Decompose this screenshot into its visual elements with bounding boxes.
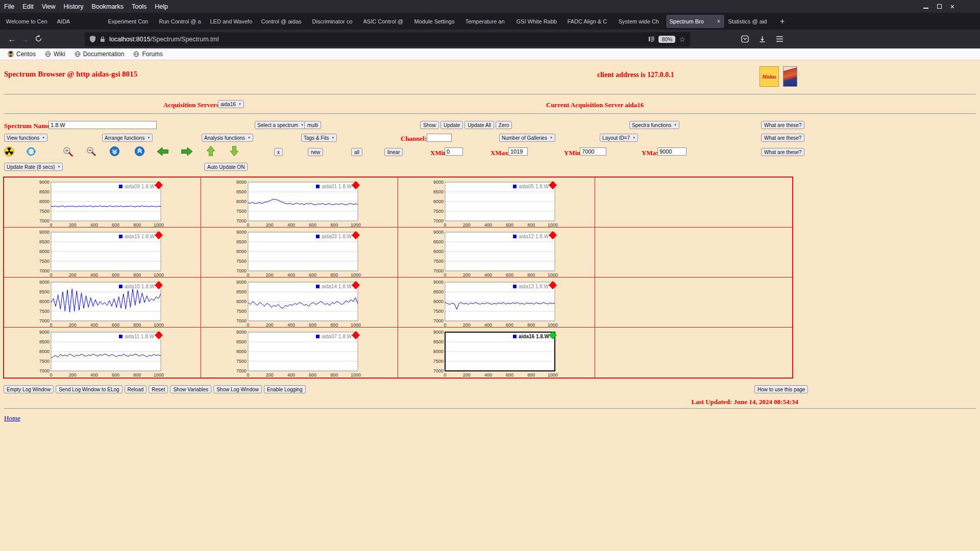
- reload-button[interactable]: [32, 35, 45, 44]
- tab-white-rabbit[interactable]: GSI White Rabb: [513, 15, 564, 28]
- arrow-left-icon[interactable]: [157, 147, 168, 156]
- menu-edit[interactable]: Edit: [18, 0, 38, 13]
- multi-button[interactable]: multi: [304, 121, 321, 129]
- send-log-to-elog-button[interactable]: Send Log Window to ELog: [56, 385, 122, 393]
- hamburger-menu-icon[interactable]: [776, 36, 783, 42]
- enable-logging-button[interactable]: Enable Logging: [264, 385, 306, 393]
- arrange-functions-dropdown[interactable]: Arrange functions: [102, 134, 153, 142]
- spectrum-cell[interactable]: 9000850080007500700002004006008001000aid…: [4, 178, 201, 228]
- site-security-icon[interactable]: [100, 36, 106, 43]
- number-of-galleries-dropdown[interactable]: Number of Galleries: [499, 134, 555, 142]
- ymin-input[interactable]: [580, 147, 606, 156]
- shield-icon[interactable]: [89, 35, 96, 43]
- auto-update-button[interactable]: Auto Update ON: [204, 163, 248, 171]
- spectrum-cell[interactable]: 9000850080007500700002004006008001000aid…: [201, 278, 398, 328]
- tab-module-settings[interactable]: Module Settings: [411, 15, 461, 28]
- spectrum-chart[interactable]: 9000850080007500700002004006008001000aid…: [430, 279, 564, 327]
- menu-help[interactable]: Help: [151, 0, 172, 13]
- analysis-functions-dropdown[interactable]: Analysis functions: [202, 134, 253, 142]
- spectra-functions-dropdown[interactable]: Spectra functions: [629, 121, 679, 129]
- xmin-input[interactable]: [445, 147, 463, 156]
- spectrum-cell[interactable]: 9000850080007500700002004006008001000aid…: [201, 328, 398, 378]
- spectrum-chart[interactable]: 9000850080007500700002004006008001000aid…: [233, 279, 366, 327]
- reload-page-button[interactable]: Reload: [125, 385, 147, 393]
- home-link[interactable]: Home: [4, 414, 20, 422]
- spectrum-chart[interactable]: 9000850080007500700002004006008001000aid…: [233, 329, 366, 377]
- show-log-window-button[interactable]: Show Log Window: [213, 385, 262, 393]
- maximize-button[interactable]: [937, 3, 942, 10]
- arrow-up-icon[interactable]: [206, 146, 215, 156]
- forward-button[interactable]: →: [18, 35, 32, 43]
- bookmark-centos[interactable]: Centos: [4, 50, 39, 58]
- back-button[interactable]: ←: [5, 35, 18, 43]
- tab-temperature[interactable]: Temperature an: [462, 15, 512, 28]
- spectrum-chart[interactable]: 9000850080007500700002004006008001000aid…: [430, 229, 564, 277]
- spectrum-cell[interactable]: 9000850080007500700002004006008001000aid…: [4, 328, 201, 378]
- menu-bookmarks[interactable]: Bookmarks: [87, 0, 128, 13]
- tab-experiment-control[interactable]: Experiment Con: [105, 15, 155, 28]
- zero-button[interactable]: Zero: [496, 121, 512, 129]
- select-spectrum-dropdown[interactable]: Select a spectrum: [255, 121, 306, 129]
- tab-discriminator[interactable]: Discriminator co: [309, 15, 359, 28]
- all-button[interactable]: all: [351, 148, 362, 156]
- arrow-right-icon[interactable]: [181, 147, 192, 156]
- spectrum-chart[interactable]: 9000850080007500700002004006008001000aid…: [430, 179, 564, 227]
- spectrum-cell[interactable]: 9000850080007500700002004006008001000aid…: [201, 228, 398, 278]
- bookmark-documentation[interactable]: Documentation: [71, 50, 128, 58]
- tab-fadc-align[interactable]: FADC Align & C: [564, 15, 615, 28]
- zoom-indicator[interactable]: 80%: [658, 36, 675, 43]
- spectrum-chart[interactable]: 9000850080007500700002004006008001000aid…: [36, 179, 169, 227]
- spectrum-cell[interactable]: 9000850080007500700002004006008001000aid…: [4, 228, 201, 278]
- reader-mode-icon[interactable]: [648, 36, 655, 42]
- bookmark-star-icon[interactable]: ☆: [679, 35, 685, 43]
- ymax-input[interactable]: [657, 147, 687, 156]
- pocket-icon[interactable]: [741, 35, 749, 43]
- xmax-input[interactable]: [508, 147, 528, 156]
- spectrum-cell[interactable]: 9000850080007500700002004006008001000aid…: [201, 178, 398, 228]
- what-are-these-button-1[interactable]: What are these?: [761, 121, 804, 129]
- tab-statistics[interactable]: Statistics @ aid: [725, 15, 775, 28]
- spectrum-chart[interactable]: 9000850080007500700002004006008001000aid…: [233, 229, 366, 277]
- what-are-these-button-2[interactable]: What are these?: [761, 134, 804, 142]
- spectrum-chart[interactable]: 9000850080007500700002004006008001000aid…: [233, 179, 366, 227]
- spectrum-chart[interactable]: 9000850080007500700002004006008001000aid…: [36, 329, 169, 377]
- menu-history[interactable]: History: [60, 0, 88, 13]
- spectrum-name-input[interactable]: [48, 121, 157, 129]
- spectrum-chart[interactable]: 9000850080007500700002004006008001000aid…: [430, 329, 564, 377]
- update-button[interactable]: Update: [440, 121, 463, 129]
- zoom-in-icon[interactable]: [62, 146, 75, 158]
- spectrum-cell[interactable]: 9000850080007500700002004006008001000aid…: [4, 278, 201, 328]
- window-close-button[interactable]: ×: [950, 3, 954, 10]
- tab-spectrum-browser[interactable]: Spectrum Bro ×: [666, 15, 724, 28]
- x-axis-button[interactable]: x: [274, 148, 283, 156]
- spectrum-cell[interactable]: 9000850080007500700002004006008001000aid…: [398, 178, 595, 228]
- update-all-button[interactable]: Update All: [464, 121, 494, 129]
- update-rate-dropdown[interactable]: Update Rate (8 secs): [4, 163, 63, 171]
- tab-led-waveform[interactable]: LED and Wavefo: [207, 15, 257, 28]
- tab-aida[interactable]: AIDA: [54, 15, 104, 28]
- empty-log-window-button[interactable]: Empty Log Window: [4, 385, 54, 393]
- tab-welcome[interactable]: Welcome to Cen: [3, 15, 53, 28]
- layout-id-dropdown[interactable]: Layout ID=7: [600, 134, 638, 142]
- bookmark-wiki[interactable]: Wiki: [41, 50, 69, 58]
- new-button[interactable]: new: [308, 148, 323, 156]
- tab-close-icon[interactable]: ×: [717, 18, 720, 25]
- spectrum-chart[interactable]: 9000850080007500700002004006008001000aid…: [36, 279, 169, 327]
- how-to-use-button[interactable]: How to use this page: [754, 385, 808, 393]
- tab-asic-control[interactable]: ASIC Control @: [360, 15, 410, 28]
- arrow-down-icon[interactable]: [230, 146, 239, 156]
- show-variables-button[interactable]: Show Variables: [170, 385, 211, 393]
- spectrum-chart[interactable]: 9000850080007500700002004006008001000aid…: [36, 229, 169, 277]
- tab-control[interactable]: Control @ aidas: [258, 15, 308, 28]
- tags-fits-dropdown[interactable]: Tags & Fits: [301, 134, 337, 142]
- spectrum-cell[interactable]: 9000850080007500700002004006008001000aid…: [398, 228, 595, 278]
- radiation-icon[interactable]: [4, 146, 14, 157]
- blue-nav-up-icon[interactable]: [135, 146, 144, 156]
- spectrum-cell[interactable]: 9000850080007500700002004006008001000aid…: [398, 278, 595, 328]
- reset-button[interactable]: Reset: [149, 385, 168, 393]
- zoom-out-icon[interactable]: [86, 146, 97, 157]
- view-functions-dropdown[interactable]: View functions: [4, 134, 47, 142]
- download-icon[interactable]: [758, 35, 766, 43]
- linear-button[interactable]: linear: [384, 148, 403, 156]
- menu-tools[interactable]: Tools: [128, 0, 151, 13]
